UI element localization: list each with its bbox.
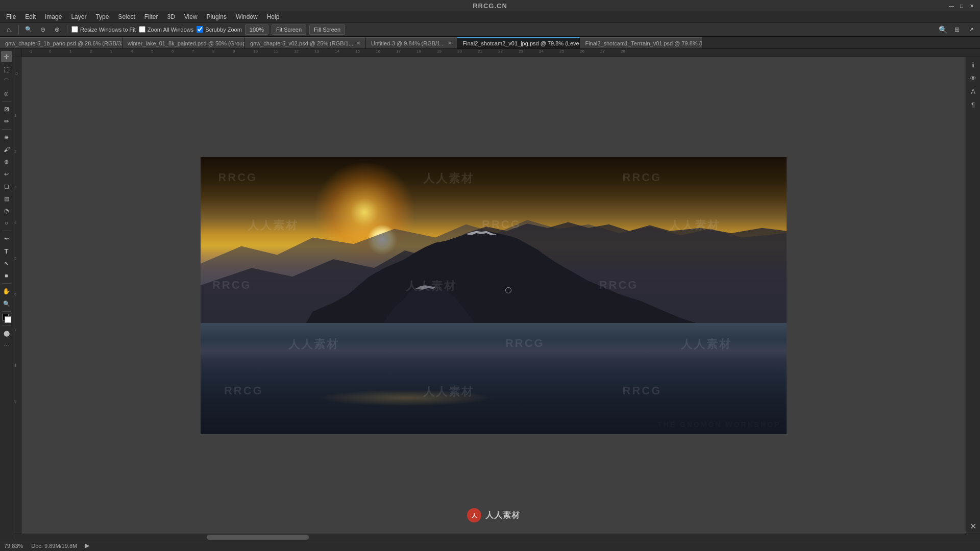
tab-2-close[interactable]: ✕ (356, 40, 360, 46)
ruler-top-tick: 16 (376, 49, 380, 54)
menu-plugins[interactable]: Plugins (203, 12, 231, 21)
tab-2-label: gnw_chapter5_v02.psd @ 25% (RGB/1... (250, 40, 353, 46)
move-tool[interactable]: ✛ (1, 51, 12, 62)
tab-5[interactable]: Final2_shotcam1_Terrrain_v01.psd @ 79.8%… (580, 37, 702, 48)
zoom-status: 79.83% (4, 543, 23, 549)
tab-3[interactable]: Untitled-3 @ 9.84% (RGB/1... ✕ (366, 37, 457, 48)
dodge-tool[interactable]: ○ (1, 217, 12, 229)
ruler-top-tick: 26 (580, 49, 584, 54)
ruler-top-tick: 18 (416, 49, 421, 54)
landscape-image: RRCG 人人素材 RRCG 人人素材 RRCG 人人素材 RRCG 人人素材 … (201, 157, 787, 434)
tool-sep-3 (2, 231, 11, 231)
blur-tool[interactable]: ◔ (1, 205, 12, 216)
cross-icon[interactable]: ✕ (968, 520, 979, 532)
color-swatch[interactable] (2, 314, 11, 323)
font-icon[interactable]: A (968, 86, 979, 97)
h-scrollbar-thumb[interactable] (207, 535, 309, 540)
selection-tool[interactable]: ⬚ (1, 63, 12, 74)
zoom-in-icon[interactable]: ⊕ (52, 24, 63, 35)
ruler-left-tick: 5 (14, 256, 16, 261)
canvas-container[interactable]: RRCG 人人素材 RRCG 人人素材 RRCG 人人素材 RRCG 人人素材 … (21, 57, 966, 534)
minimize-button[interactable]: — (947, 2, 955, 10)
resize-windows-label: Resize Windows to Fit (80, 27, 136, 33)
maximize-button[interactable]: □ (958, 2, 966, 10)
ruler-top-tick: 27 (600, 49, 605, 54)
ruler-top-tick: 23 (519, 49, 523, 54)
horizontal-scrollbar[interactable] (13, 534, 980, 540)
close-button[interactable]: ✕ (968, 2, 976, 10)
extra-tools[interactable]: ⋯ (1, 340, 12, 351)
quick-select-tool[interactable]: ◎ (1, 88, 12, 99)
ruler-top: -1 0 1 2 3 4 5 6 7 8 9 10 11 12 13 14 15… (13, 49, 980, 57)
resize-windows-input[interactable] (71, 26, 78, 33)
zoom-all-input[interactable] (139, 26, 145, 33)
share-icon[interactable]: ↗ (966, 24, 977, 35)
zoom-tool-icon[interactable]: 🔍 (23, 24, 34, 35)
menu-help[interactable]: Help (263, 12, 284, 21)
tab-1[interactable]: winter_lake_01_8k_painted.psd @ 50% (Gro… (122, 37, 245, 48)
menu-type[interactable]: Type (91, 12, 113, 21)
menu-filter[interactable]: Filter (140, 12, 162, 21)
home-icon[interactable]: ⌂ (3, 24, 14, 35)
paragraph-icon[interactable]: ¶ (968, 99, 979, 110)
search-icon-right[interactable]: 🔍 (937, 24, 948, 35)
menu-select[interactable]: Select (114, 12, 139, 21)
hand-tool[interactable]: ✋ (1, 286, 12, 297)
title-bar: RRCG.CN — □ ✕ (0, 0, 980, 11)
lasso-tool[interactable]: ⌒ (1, 76, 12, 87)
crop-tool[interactable]: ⊠ (1, 104, 12, 115)
tab-0-label: gnw_chapter5_1b_pano.psd @ 28.6% (RGB/32… (5, 40, 122, 46)
quick-mask-tool[interactable]: ⬤ (1, 328, 12, 339)
tab-2[interactable]: gnw_chapter5_v02.psd @ 25% (RGB/1... ✕ (245, 37, 366, 48)
tab-3-close[interactable]: ✕ (448, 40, 452, 46)
path-select-tool[interactable]: ↖ (1, 258, 12, 269)
menu-window[interactable]: Window (232, 12, 262, 21)
separator-1 (18, 25, 19, 34)
menu-view[interactable]: View (180, 12, 202, 21)
properties-icon[interactable]: ℹ (968, 59, 979, 70)
eye-icon[interactable]: 👁 (968, 72, 979, 84)
menu-layer[interactable]: Layer (67, 12, 90, 21)
ruler-left-tick: 9 (14, 399, 16, 404)
tab-4[interactable]: Final2_shotcam2_v01_jpg.psd @ 79.8% (Lev… (457, 37, 580, 48)
text-tool[interactable]: T (1, 245, 12, 257)
tool-sep-6 (2, 325, 11, 325)
menu-file[interactable]: File (2, 12, 20, 21)
brush-tool[interactable]: 🖌 (1, 144, 12, 155)
eyedropper-tool[interactable]: ✏ (1, 116, 12, 127)
fit-screen-button[interactable]: Fit Screen (272, 24, 306, 35)
eraser-tool[interactable]: ◻ (1, 181, 12, 192)
ruler-top-tick: 11 (274, 49, 278, 54)
menu-edit[interactable]: Edit (21, 12, 40, 21)
clone-tool[interactable]: ⊗ (1, 156, 12, 167)
resize-windows-checkbox[interactable]: Resize Windows to Fit (71, 26, 136, 33)
fill-screen-button[interactable]: Fill Screen (309, 24, 345, 35)
ruler-top-tick: 22 (498, 49, 503, 54)
zoom-out-icon[interactable]: ⊖ (37, 24, 48, 35)
menu-image[interactable]: Image (41, 12, 66, 21)
tab-5-label: Final2_shotcam1_Terrrain_v01.psd @ 79.8%… (585, 40, 702, 46)
ruler-top-tick: 19 (437, 49, 442, 54)
scrubby-zoom-input[interactable] (197, 26, 203, 33)
zoom-percent-display[interactable]: 100% (245, 24, 268, 35)
scrubby-zoom-checkbox[interactable]: Scrubby Zoom (197, 26, 242, 33)
background-color[interactable] (5, 316, 11, 323)
zoom-all-checkbox[interactable]: Zoom All Windows (139, 26, 193, 33)
ruler-top-tick: 14 (335, 49, 339, 54)
gradient-tool[interactable]: ▤ (1, 193, 12, 204)
ruler-top-tick: 17 (396, 49, 401, 54)
window-controls[interactable]: — □ ✕ (947, 2, 976, 10)
history-brush[interactable]: ↩ (1, 168, 12, 180)
pen-tool[interactable]: ✒ (1, 233, 12, 244)
arrangement-icon[interactable]: ⊞ (951, 24, 963, 35)
healing-tool[interactable]: ⊕ (1, 132, 12, 143)
options-bar: ⌂ 🔍 ⊖ ⊕ Resize Windows to Fit Zoom All W… (0, 22, 980, 37)
zoom-tool[interactable]: 🔍 (1, 298, 12, 309)
ruler-top-tick: 3 (110, 49, 112, 54)
menu-3d[interactable]: 3D (163, 12, 179, 21)
tab-0[interactable]: gnw_chapter5_1b_pano.psd @ 28.6% (RGB/32… (0, 37, 122, 48)
ruler-top-tick: 0 (49, 49, 51, 54)
ruler-top-tick: 28 (621, 49, 625, 54)
ruler-top-tick: 1 (69, 49, 71, 54)
shape-tool[interactable]: ■ (1, 270, 12, 281)
